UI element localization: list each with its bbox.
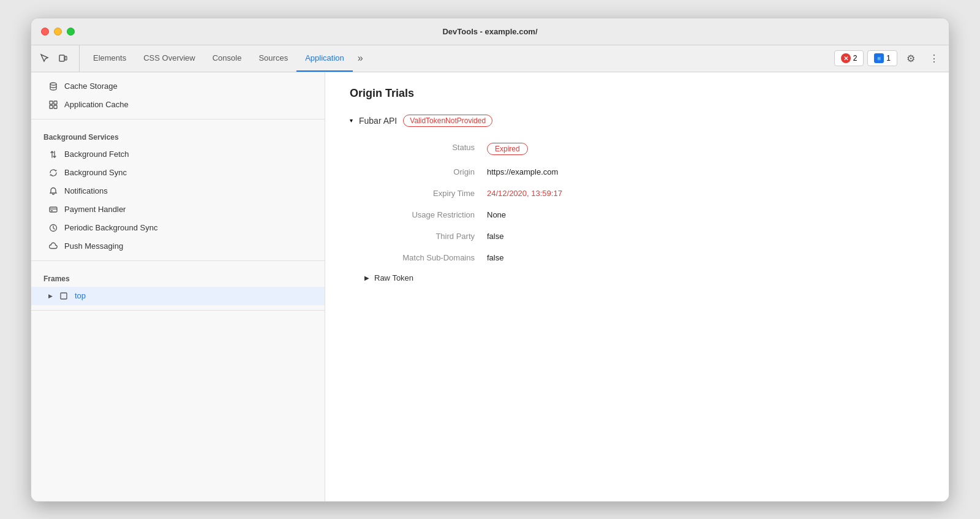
sidebar-item-push-messaging[interactable]: Push Messaging	[31, 237, 325, 256]
messages-button[interactable]: ≡ 1	[867, 50, 897, 66]
svg-rect-6	[54, 105, 57, 108]
clock-icon	[48, 223, 58, 233]
traffic-lights	[41, 28, 75, 36]
svg-rect-1	[65, 56, 67, 60]
settings-button[interactable]: ⚙	[901, 48, 921, 68]
expired-badge: Expired	[487, 143, 528, 155]
svg-rect-10	[61, 293, 67, 299]
svg-rect-5	[50, 105, 53, 108]
sidebar-item-background-fetch[interactable]: Background Fetch	[31, 145, 325, 164]
error-count: 2	[853, 54, 858, 63]
svg-rect-7	[50, 207, 57, 212]
tab-application[interactable]: Application	[296, 45, 353, 72]
trial-section: ▾ Fubar API ValidTokenNotProvided Status…	[350, 115, 924, 282]
sidebar-item-cache-storage[interactable]: Cache Storage	[31, 77, 325, 96]
toolbar-left-actions	[36, 45, 80, 72]
background-sync-label: Background Sync	[64, 168, 127, 177]
expiry-field-value: 24/12/2020, 13:59:17	[487, 183, 924, 204]
error-icon: ✕	[841, 53, 851, 63]
svg-rect-8	[51, 210, 53, 211]
frame-icon	[59, 291, 69, 301]
database-icon	[48, 81, 58, 91]
window-title: DevTools - example.com/	[442, 27, 537, 36]
sidebar-item-payment-handler[interactable]: Payment Handler	[31, 200, 325, 219]
tab-elements[interactable]: Elements	[85, 45, 135, 72]
match-sub-domains-value: false	[487, 247, 924, 268]
usage-restriction-label: Usage Restriction	[364, 204, 487, 225]
bell-icon	[48, 186, 58, 196]
sidebar-item-application-cache[interactable]: Application Cache	[31, 96, 325, 114]
sidebar-item-background-sync[interactable]: Background Sync	[31, 164, 325, 182]
third-party-label: Third Party	[364, 225, 487, 247]
frames-header: Frames	[31, 266, 325, 287]
sidebar-item-notifications[interactable]: Notifications	[31, 182, 325, 200]
raw-token-label: Raw Token	[374, 273, 413, 282]
sidebar-item-top-frame[interactable]: ▶ top	[31, 287, 325, 305]
trial-status-badge: ValidTokenNotProvided	[403, 115, 492, 127]
top-frame-label: top	[75, 291, 86, 300]
cache-storage-label: Cache Storage	[64, 81, 118, 91]
devtools-window: DevTools - example.com/ Elements CSS Ove	[31, 18, 949, 502]
svg-rect-3	[50, 101, 53, 104]
arrows-updown-icon	[48, 150, 58, 159]
cloud-icon	[48, 241, 58, 251]
toolbar: Elements CSS Overview Console Sources Ap…	[31, 45, 949, 72]
trial-header[interactable]: ▾ Fubar API ValidTokenNotProvided	[350, 115, 924, 127]
expiry-field-label: Expiry Time	[364, 183, 487, 204]
minimize-button[interactable]	[54, 28, 62, 36]
origin-field-label: Origin	[364, 161, 487, 183]
push-messaging-label: Push Messaging	[64, 241, 123, 251]
trial-collapse-icon: ▾	[350, 117, 353, 124]
device-toolbar-button[interactable]	[55, 50, 72, 67]
frames-section: Frames ▶ top	[31, 261, 325, 311]
titlebar: DevTools - example.com/	[31, 18, 949, 45]
toolbar-right-actions: ✕ 2 ≡ 1 ⚙ ⋮	[834, 45, 944, 72]
tab-css-overview[interactable]: CSS Overview	[135, 45, 204, 72]
tab-sources[interactable]: Sources	[250, 45, 296, 72]
background-services-section: Background Services Background Fetch	[31, 119, 325, 261]
more-options-button[interactable]: ⋮	[924, 48, 944, 68]
card-icon	[48, 205, 58, 214]
svg-rect-4	[54, 101, 57, 104]
tab-console[interactable]: Console	[204, 45, 251, 72]
main-panel: Origin Trials ▾ Fubar API ValidTokenNotP…	[325, 72, 949, 501]
sidebar: Cache Storage Application Cache	[31, 72, 325, 501]
match-sub-domains-label: Match Sub-Domains	[364, 247, 487, 268]
sidebar-item-periodic-background-sync[interactable]: Periodic Background Sync	[31, 219, 325, 237]
storage-section: Cache Storage Application Cache	[31, 72, 325, 119]
grid-icon	[48, 100, 58, 110]
raw-token-row[interactable]: ▶ Raw Token	[364, 273, 924, 282]
sync-icon	[48, 168, 58, 178]
trial-fields: Status Expired Origin https://example.co…	[364, 137, 924, 268]
status-field-label: Status	[364, 137, 487, 161]
content-area: Cache Storage Application Cache	[31, 72, 949, 501]
svg-point-2	[50, 83, 56, 85]
notifications-label: Notifications	[64, 186, 108, 195]
maximize-button[interactable]	[67, 28, 75, 36]
periodic-background-sync-label: Periodic Background Sync	[64, 223, 157, 232]
third-party-value: false	[487, 225, 924, 247]
usage-restriction-value: None	[487, 204, 924, 225]
message-count: 1	[886, 54, 891, 63]
svg-rect-0	[59, 55, 64, 61]
page-title: Origin Trials	[350, 87, 924, 100]
trial-api-name: Fubar API	[359, 116, 397, 126]
more-tabs-button[interactable]: »	[353, 45, 368, 72]
status-field-value: Expired	[487, 137, 924, 161]
tab-bar: Elements CSS Overview Console Sources Ap…	[85, 45, 834, 72]
inspect-element-button[interactable]	[36, 50, 53, 67]
message-icon: ≡	[874, 53, 884, 63]
background-fetch-label: Background Fetch	[64, 150, 129, 159]
background-services-header: Background Services	[31, 124, 325, 145]
raw-token-expand-icon: ▶	[364, 275, 369, 281]
payment-handler-label: Payment Handler	[64, 205, 126, 214]
close-button[interactable]	[41, 28, 49, 36]
origin-field-value: https://example.com	[487, 161, 924, 183]
application-cache-label: Application Cache	[64, 100, 129, 109]
errors-button[interactable]: ✕ 2	[834, 50, 864, 66]
